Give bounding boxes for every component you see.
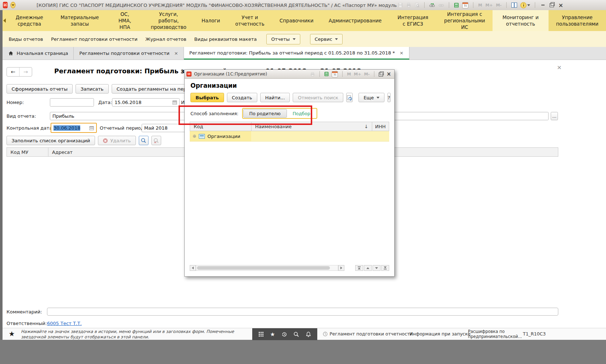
expand-node-icon[interactable]: ⊕ — [193, 134, 196, 139]
favorites-star-icon[interactable]: ★ — [270, 331, 275, 338]
go-last-button[interactable] — [381, 265, 389, 271]
close-form-button[interactable]: × — [557, 64, 562, 71]
search-button[interactable] — [139, 136, 149, 145]
search-icon[interactable] — [293, 332, 299, 337]
reports-dropdown-button[interactable]: Отчеты — [266, 34, 300, 44]
statusbar-item-decryption[interactable]: Расшифровка по предпринимательской... — [468, 329, 522, 339]
fill-by-parent-option[interactable]: По родителю — [243, 109, 287, 118]
go-next-button[interactable] — [373, 265, 381, 271]
select-button[interactable]: Выбрать — [190, 93, 224, 102]
triangle-left-icon — [192, 266, 194, 269]
menu-scroll-left-icon[interactable] — [3, 18, 6, 23]
system-menu-button[interactable] — [10, 2, 16, 8]
split-window-icon[interactable] — [511, 3, 517, 8]
service-dropdown-button[interactable]: Сервис — [310, 34, 343, 44]
more-button[interactable]: Еще — [358, 93, 384, 102]
menu-item-os-nma-npa[interactable]: ОС, НМА, НПА — [107, 10, 143, 31]
search-cancel-icon — [154, 138, 159, 143]
link-reporting-regulation[interactable]: Регламент подготовки отчетности — [51, 36, 137, 42]
close-dialog-button[interactable]: × — [386, 71, 392, 77]
column-header-name[interactable]: Наименование↓ — [252, 122, 372, 131]
back-button[interactable]: ← — [7, 68, 20, 76]
calendar-icon[interactable]: 31 — [462, 2, 468, 8]
info-menu-button[interactable] — [520, 2, 530, 8]
menu-item-regional-integration[interactable]: Интеграция с региональными ИС — [437, 10, 493, 31]
control-date-input[interactable]: 30.06.2018 — [51, 123, 97, 133]
menu-item-services[interactable]: Услуги, работы, производство — [143, 10, 194, 31]
apps-menu-icon[interactable] — [258, 332, 264, 337]
calendar-picker-icon[interactable] — [89, 126, 94, 130]
close-tab-icon[interactable]: × — [174, 51, 178, 56]
report-type-choose-button[interactable]: ... — [551, 112, 558, 120]
tab-regulation-profit[interactable]: Регламент подготовки: Прибыль за отчетны… — [184, 47, 409, 60]
scroll-right-button[interactable] — [338, 265, 344, 271]
go-first-button[interactable] — [355, 265, 363, 271]
menu-item-materials[interactable]: Материальные запасы — [53, 10, 107, 31]
link-report-types[interactable]: Виды отчетов — [9, 36, 43, 42]
menu-item-taxes[interactable]: Налоги — [194, 10, 228, 31]
cancel-search-button — [151, 136, 161, 145]
table-row-organizations-group[interactable]: ⊕ Организации — [190, 131, 389, 142]
cell-name[interactable] — [251, 131, 373, 141]
menu-item-user-management[interactable]: Управление пользователями — [549, 10, 606, 31]
fill-pick-option[interactable]: Подбор — [287, 109, 316, 118]
column-header-mu-code[interactable]: Код МУ — [7, 148, 48, 156]
responsible-link[interactable]: 6005 Тест Т.Т. — [47, 321, 82, 326]
memory-add-button: M+ — [354, 72, 361, 77]
calculator-icon[interactable] — [454, 3, 459, 8]
forward-button[interactable]: → — [20, 68, 32, 76]
number-input[interactable] — [50, 98, 94, 107]
date-input[interactable]: 15.06.2018 — [112, 98, 180, 107]
tab-regulations-list[interactable]: Регламенты подготовки отчетности × — [74, 47, 184, 60]
window-title: [КОПИЯ] ГИС СО "ПАСПОРТ МЕДИЦИНСКОГО УЧР… — [36, 3, 398, 8]
statusbar-item-regulation[interactable]: Регламент подготовки отчетности — [330, 331, 413, 337]
generate-reports-button[interactable]: Сформировать отчеты — [7, 84, 73, 94]
menu-item-administration[interactable]: Администрирование — [321, 10, 389, 31]
favorites-star-icon[interactable]: ★ — [9, 330, 15, 338]
restore-button[interactable] — [549, 2, 555, 8]
history-icon[interactable] — [281, 332, 287, 337]
memory-add-button: M+ — [485, 3, 493, 8]
tab-home[interactable]: Начальная страница — [3, 47, 74, 60]
notifications-bell-icon[interactable] — [306, 332, 311, 337]
favorites-hint-text: Нажимайте на значок звездочка в истории,… — [21, 329, 234, 340]
dialog-titlebar[interactable]: 1С Организации (1С:Предприятие) 31 M M+ … — [185, 70, 394, 79]
close-tab-icon[interactable]: × — [400, 50, 404, 56]
calculator-icon[interactable] — [324, 72, 329, 77]
create-button[interactable]: Создать — [227, 93, 257, 102]
maximize-dialog-button[interactable] — [379, 73, 383, 77]
calendar-picker-icon[interactable] — [172, 100, 177, 105]
find-button[interactable]: Найти... — [260, 93, 290, 102]
link-layout-requisite-types[interactable]: Виды реквизитов макета — [194, 36, 257, 42]
link-report-journal[interactable]: Журнал отчетов — [145, 36, 186, 42]
scroll-left-button[interactable] — [190, 265, 196, 271]
help-button[interactable]: ? — [387, 93, 391, 102]
menu-item-accounting[interactable]: Учет и отчетность — [228, 10, 272, 31]
menu-item-monitoring-reporting[interactable]: Мониторинг и отчетность — [493, 10, 549, 31]
fill-organizations-button[interactable]: Заполнить список организаций — [7, 136, 95, 145]
comment-input[interactable] — [47, 308, 558, 316]
close-window-button[interactable]: × — [558, 2, 564, 8]
app-window: 1С [КОПИЯ] ГИС СО "ПАСПОРТ МЕДИЦИНСКОГО … — [0, 0, 606, 364]
app-logo-1c-icon: 1С — [186, 72, 192, 77]
statusbar-item-startup-info[interactable]: Информация при запуске — [409, 331, 470, 337]
minimize-button[interactable] — [540, 2, 546, 8]
menu-item-catalogs[interactable]: Справочники — [272, 10, 321, 31]
scrollbar-thumb[interactable] — [197, 266, 330, 270]
go-previous-button[interactable] — [364, 265, 372, 271]
sort-descending-icon[interactable]: ↓ — [364, 124, 368, 129]
add-link-icon[interactable] — [429, 3, 435, 8]
scrollbar-track[interactable] — [196, 265, 338, 271]
date-label: Дата: — [98, 100, 112, 105]
organizations-list-toolbar: Заполнить список организаций Удалить — [7, 136, 161, 145]
save-button[interactable]: Записать — [76, 84, 109, 94]
column-header-inn[interactable]: ИНН — [372, 122, 389, 131]
sections-panel: Денежные средства Материальные запасы ОС… — [0, 10, 606, 31]
column-header-code[interactable]: Код — [190, 122, 252, 131]
cell-inn[interactable] — [373, 131, 389, 141]
calendar-icon[interactable]: 31 — [332, 71, 338, 77]
form-toolbar: Сформировать отчеты Записать Создать рег… — [7, 84, 201, 94]
refresh-list-button[interactable] — [346, 93, 353, 102]
menu-item-egisz-integration[interactable]: Интеграция с ЕГИСЗ — [389, 10, 437, 31]
menu-item-money[interactable]: Денежные средства — [6, 10, 53, 31]
